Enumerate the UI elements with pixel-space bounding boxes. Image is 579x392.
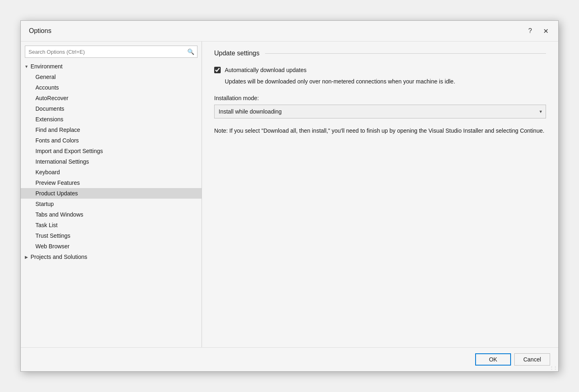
note-text: Note: If you select "Download all, then …: [214, 127, 546, 135]
checkbox-row: Automatically download updates: [214, 67, 546, 73]
title-bar: Options ? ✕: [21, 21, 558, 42]
tree-node-import-export[interactable]: Import and Export Settings: [21, 146, 202, 156]
close-button[interactable]: ✕: [540, 25, 552, 37]
tree-node-autorecover[interactable]: AutoRecover: [21, 93, 202, 103]
tree-node-web-browser[interactable]: Web Browser: [21, 241, 202, 252]
tree-node-startup[interactable]: Startup: [21, 199, 202, 209]
section-title-row: Update settings: [214, 50, 546, 57]
left-panel: 🔍 ▼ Environment General Accounts: [21, 42, 202, 347]
dialog-title: Options: [29, 27, 51, 35]
tree-node-task-list[interactable]: Task List: [21, 220, 202, 230]
tree-node-trust-settings[interactable]: Trust Settings: [21, 230, 202, 241]
dialog-body: 🔍 ▼ Environment General Accounts: [21, 42, 558, 347]
search-input[interactable]: [25, 46, 197, 58]
dropdown-container: Install while downloading Download all, …: [214, 105, 546, 118]
description-text: Updates will be downloaded only over non…: [225, 77, 546, 86]
tree-node-general[interactable]: General: [21, 72, 202, 82]
tree-label-environment: Environment: [31, 63, 63, 70]
tree-label-projects-solutions: Projects and Solutions: [31, 254, 87, 260]
tree-node-extensions[interactable]: Extensions: [21, 114, 202, 125]
tree-node-product-updates[interactable]: Product Updates: [21, 188, 202, 199]
section-title: Update settings: [214, 50, 259, 57]
tree-node-tabs-windows[interactable]: Tabs and Windows: [21, 209, 202, 220]
tree-node-keyboard[interactable]: Keyboard: [21, 167, 202, 177]
tree-node-international[interactable]: International Settings: [21, 156, 202, 167]
ok-button[interactable]: OK: [475, 353, 511, 366]
tree-node-documents[interactable]: Documents: [21, 103, 202, 114]
tree-node-projects-solutions[interactable]: ▶ Projects and Solutions: [21, 252, 202, 262]
search-box: 🔍: [25, 46, 197, 58]
install-mode-label: Installation mode:: [214, 95, 546, 101]
title-bar-left: Options: [29, 27, 51, 35]
dialog-container: Options ? ✕ 🔍 ▼ Environment: [20, 20, 559, 372]
right-panel: Update settings Automatically download u…: [202, 42, 558, 347]
tree-node-environment[interactable]: ▼ Environment: [21, 61, 202, 72]
resize-handle[interactable]: ⋮⋮: [550, 366, 557, 370]
tree-arrow-projects: ▶: [23, 254, 30, 260]
section-divider: [265, 53, 546, 54]
tree-node-preview-features[interactable]: Preview Features: [21, 177, 202, 188]
tree-node-fonts-colors[interactable]: Fonts and Colors: [21, 135, 202, 146]
auto-download-checkbox[interactable]: [214, 67, 221, 73]
title-bar-buttons: ? ✕: [524, 25, 552, 37]
cancel-button[interactable]: Cancel: [514, 353, 550, 366]
auto-download-label: Automatically download updates: [225, 67, 307, 73]
help-button[interactable]: ?: [524, 25, 536, 37]
tree-node-accounts[interactable]: Accounts: [21, 82, 202, 93]
tree-arrow-environment: ▼: [23, 63, 30, 70]
tree-node-find-replace[interactable]: Find and Replace: [21, 125, 202, 135]
installation-mode-dropdown[interactable]: Install while downloading Download all, …: [214, 105, 546, 118]
tree-container[interactable]: ▼ Environment General Accounts AutoRecov…: [21, 61, 202, 347]
options-dialog: Options ? ✕ 🔍 ▼ Environment: [20, 20, 559, 372]
dialog-footer: OK Cancel: [21, 347, 558, 371]
